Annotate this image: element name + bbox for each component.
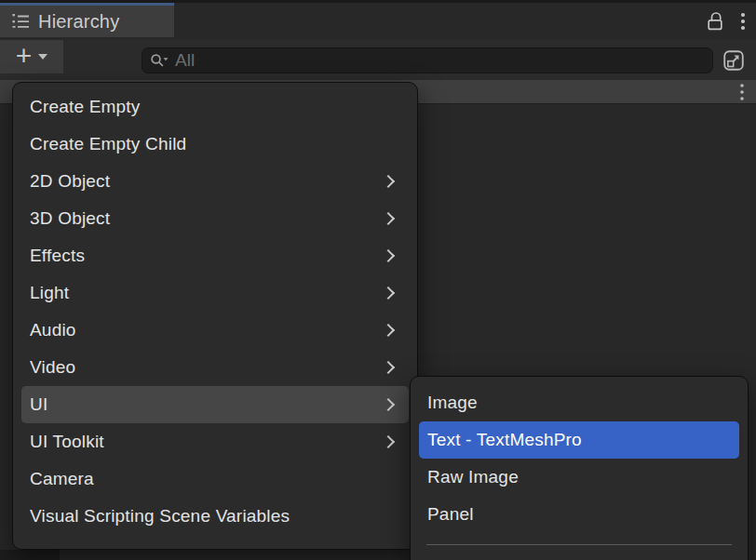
menu-item[interactable]: Create Empty Child: [21, 126, 409, 163]
hierarchy-icon: [10, 12, 31, 31]
menu-item[interactable]: 2D Object: [21, 163, 409, 200]
ui-submenu: Image Text - TextMeshPro Raw Image Panel: [410, 376, 749, 560]
menu-item[interactable]: Visual Scripting Scene Variables: [21, 498, 409, 535]
tab-bar: Hierarchy: [0, 3, 756, 40]
chevron-right-icon: [382, 211, 395, 224]
submenu-item[interactable]: Image: [419, 384, 739, 421]
tab-title: Hierarchy: [38, 11, 119, 33]
chevron-right-icon: [382, 397, 395, 410]
create-context-menu: Create Empty Create Empty Child 2D Objec…: [12, 82, 418, 550]
panel-bottom-corner: [0, 550, 60, 560]
menu-item[interactable]: UI: [21, 386, 409, 423]
chevron-right-icon: [382, 360, 395, 373]
menu-item[interactable]: 3D Object: [21, 200, 409, 237]
menu-item[interactable]: Light: [21, 274, 409, 312]
search-icon[interactable]: [150, 53, 169, 68]
unity-hierarchy-panel: Hierarchy +: [0, 0, 756, 560]
search-field[interactable]: [142, 47, 713, 73]
detach-search-button[interactable]: [717, 45, 750, 76]
kebab-menu-icon[interactable]: [739, 10, 747, 33]
menu-item[interactable]: Effects: [21, 237, 409, 274]
plus-icon: +: [16, 42, 33, 70]
chevron-right-icon: [382, 174, 395, 187]
panel-controls: [705, 3, 747, 40]
chevron-right-icon: [382, 323, 395, 336]
chevron-right-icon: [382, 434, 395, 447]
hierarchy-toolbar: +: [0, 40, 756, 80]
search-input[interactable]: [175, 50, 705, 71]
submenu-item[interactable]: Raw Image: [419, 459, 739, 496]
kebab-menu-icon[interactable]: [739, 83, 745, 101]
open-new-window-icon: [722, 48, 746, 73]
menu-item[interactable]: Video: [21, 349, 409, 386]
submenu-item[interactable]: [426, 544, 732, 545]
unlock-icon[interactable]: [705, 10, 725, 33]
submenu-item[interactable]: Text - TextMeshPro: [419, 421, 739, 459]
caret-down-icon: [38, 54, 47, 60]
submenu-item[interactable]: Panel: [419, 496, 739, 533]
menu-item[interactable]: Audio: [21, 312, 409, 349]
menu-item[interactable]: UI Toolkit: [21, 423, 409, 460]
menu-item[interactable]: Camera: [21, 460, 409, 498]
chevron-right-icon: [382, 286, 395, 299]
menu-item[interactable]: Create Empty: [21, 88, 409, 126]
chevron-right-icon: [382, 248, 395, 261]
create-object-button[interactable]: +: [0, 40, 63, 73]
tab-hierarchy[interactable]: Hierarchy: [0, 3, 174, 37]
